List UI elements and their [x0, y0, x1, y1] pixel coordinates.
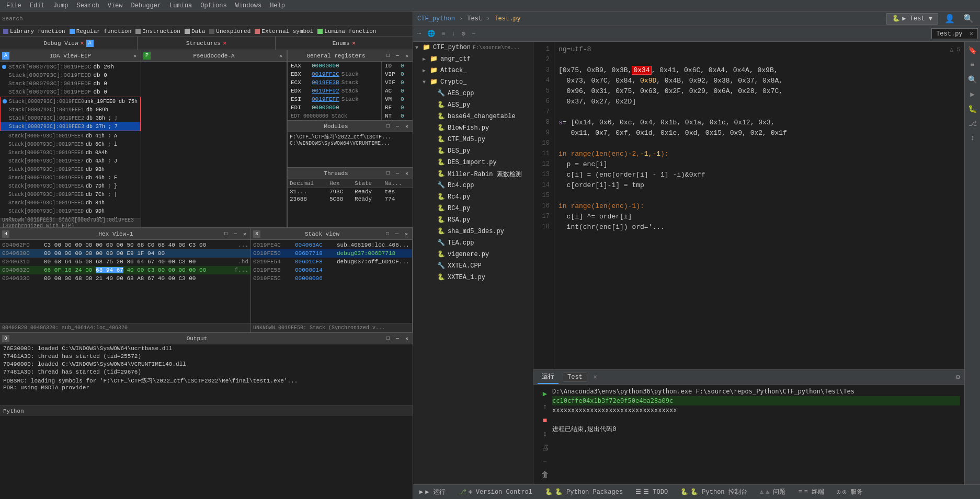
status-problems-label: ⚠ 问题 [766, 488, 785, 496]
debug-view-close[interactable]: ✕ [81, 39, 84, 47]
toolbar-list[interactable]: ≡ [439, 29, 447, 39]
thr-float[interactable]: □ [384, 170, 392, 177]
tree-item-rc4-py[interactable]: 🐍 Rc4.py [413, 191, 533, 203]
run-minus-btn[interactable]: − [539, 456, 551, 467]
toolbar-down[interactable]: ↓ [449, 29, 457, 39]
tree-item-tea-cpp[interactable]: 🔧 TEA.cpp [413, 237, 533, 249]
sidebar-git2-icon[interactable]: ↕ [966, 132, 979, 144]
hex-float[interactable]: □ [222, 230, 230, 238]
menu-file[interactable]: File [2, 0, 26, 11]
tree-item-sha[interactable]: 🐍 sha_md5_3des.py [413, 226, 533, 237]
ida-legend: Library function Regular function Instru… [0, 26, 413, 37]
menu-search[interactable]: Search [72, 0, 103, 11]
stack-min[interactable]: — [393, 230, 401, 238]
sidebar-debug-icon[interactable]: 🐛 [966, 102, 979, 115]
sidebar-run2-icon[interactable]: ▶ [966, 88, 979, 100]
menu-jump[interactable]: Jump [49, 0, 73, 11]
run-play-btn[interactable]: ▶ [539, 388, 551, 399]
toolbar-minus[interactable]: − [470, 29, 477, 39]
thr-close[interactable]: ✕ [403, 170, 411, 177]
tree-item-xxtea-py[interactable]: 🐍 XXTEA_1.py [413, 272, 533, 283]
tree-item-ctfmd5[interactable]: 🐍 CTF_Md5.py [413, 134, 533, 145]
stack-close[interactable]: ✕ [403, 230, 410, 238]
sidebar-bookmark-icon[interactable]: 🔖 [966, 44, 979, 56]
tree-label-des-import: DES_import.py [448, 159, 497, 166]
toolbar-globe[interactable]: 🌐 [425, 29, 437, 39]
menu-windows[interactable]: Windows [231, 0, 266, 11]
menu-debugger[interactable]: Debugger [127, 0, 165, 11]
menu-help[interactable]: Help [266, 0, 289, 11]
menu-edit[interactable]: Edit [26, 0, 49, 11]
debug-view-tab[interactable]: Debug View ✕ A [0, 37, 138, 50]
status-python-console[interactable]: 🐍 🐍 Python 控制台 [678, 488, 749, 496]
regs-min[interactable]: — [394, 52, 401, 60]
thr-min[interactable]: — [394, 170, 401, 177]
ida-view-close[interactable]: ✕ [131, 52, 139, 60]
sidebar-structure-icon[interactable]: ≡ [966, 59, 979, 71]
tree-item-rc4-py2[interactable]: 🐍 RC4_py [413, 203, 533, 214]
tree-item-rsa[interactable]: 🐍 RSA.py [413, 214, 533, 226]
tree-item-miller[interactable]: 🐍 Miller-Rabin 素数检测 [413, 168, 533, 180]
enums-tab[interactable]: Enums ✕ [276, 37, 413, 50]
tree-item-angr[interactable]: ▶ 📁 angr_ctf [413, 53, 533, 65]
out-float[interactable]: □ [384, 335, 392, 342]
run-tab-close[interactable]: ✕ [594, 373, 597, 381]
structures-close[interactable]: ✕ [223, 39, 226, 47]
status-python-pkgs[interactable]: 🐍 🐍 Python Packages [543, 488, 625, 496]
mod-float[interactable]: □ [384, 123, 392, 130]
tree-item-rc4-cpp[interactable]: 🔧 Rc4.cpp [413, 180, 533, 191]
tree-item-crypto[interactable]: ▼ 📁 Crypto_ [413, 76, 533, 88]
menu-options[interactable]: Options [196, 0, 231, 11]
profile-icon[interactable]: 👤 [942, 14, 957, 24]
menu-view[interactable]: View [104, 0, 127, 11]
tree-item-aes-cpp[interactable]: 🔧 AES_cpp [413, 88, 533, 99]
run-gear-icon[interactable]: ⚙ [956, 373, 960, 381]
status-todo[interactable]: ☰ ☰ TODO [633, 488, 670, 496]
mod-min[interactable]: — [394, 123, 401, 130]
tree-item-des-import[interactable]: 🐍 DES_import.py [413, 157, 533, 168]
status-run[interactable]: ▶ ▶ 运行 [417, 488, 448, 496]
run-stop-btn[interactable]: ■ [539, 415, 551, 426]
tree-item-attack[interactable]: ▶ 📁 Attack_ [413, 65, 533, 76]
tree-root[interactable]: ▼ 📁 CTF_python F:\source\re... [413, 42, 533, 53]
regs-float[interactable]: □ [384, 52, 392, 60]
code-content[interactable]: ng=utf-8 △ 5 [0x75, 0xB9, 0x3B, 0x34 , 0… [554, 42, 964, 369]
run-trash-btn[interactable]: 🗑 [539, 469, 551, 481]
status-vcs[interactable]: ⎇ ⎆ Version Control [456, 488, 534, 496]
ln-15: 15 [538, 190, 550, 201]
run-rerun-btn[interactable]: ↑ [539, 401, 551, 413]
run-print-btn[interactable]: 🖨 [539, 442, 551, 454]
structures-tab[interactable]: Structures ✕ [138, 37, 275, 50]
tree-item-blowfish[interactable]: 🐍 BlowFish.py [413, 122, 533, 134]
run-test-tab[interactable]: Test [563, 373, 587, 382]
menu-lumina[interactable]: Lumina [165, 0, 196, 11]
editor-tab-close[interactable]: ✕ [970, 30, 973, 38]
sidebar-find-icon[interactable]: 🔍 [966, 73, 979, 86]
stack-float[interactable]: □ [384, 230, 391, 238]
out-min[interactable]: — [394, 335, 401, 342]
run-scroll-btn[interactable]: ↕ [539, 428, 551, 440]
tree-item-aes-py[interactable]: 🐍 AES_py [413, 99, 533, 111]
dot-7 [3, 124, 7, 129]
run-config-button[interactable]: 🐍 ▶ Test ▼ [886, 13, 938, 25]
regs-close[interactable]: ✕ [403, 52, 411, 60]
pycharm-search-icon[interactable]: 🔍 [961, 14, 976, 24]
out-close[interactable]: ✕ [403, 335, 411, 342]
status-services[interactable]: ◎ ◎ 服务 [835, 488, 865, 496]
pseudocode-close[interactable]: ✕ [277, 52, 284, 60]
mod-close[interactable]: ✕ [403, 123, 411, 130]
toolbar-dots[interactable]: ⋯ [415, 29, 423, 39]
pycharm-separator: › [459, 15, 463, 22]
tree-item-b64[interactable]: 🐍 base64_changetable [413, 111, 533, 122]
tree-item-des-py[interactable]: 🐍 DES_py [413, 145, 533, 157]
run-tab-active[interactable]: 运行 [538, 370, 559, 384]
toolbar-gear[interactable]: ⚙ [460, 29, 468, 39]
tree-item-vigenere[interactable]: 🐍 vigenere.py [413, 249, 533, 260]
sidebar-git-icon[interactable]: ⎇ [966, 117, 979, 130]
enums-close[interactable]: ✕ [352, 39, 356, 47]
hex-min[interactable]: — [232, 230, 239, 238]
tree-item-xxtea-cpp[interactable]: 🔧 XXTEA.CPP [413, 260, 533, 272]
status-terminal[interactable]: ≡ ≡ 终端 [796, 488, 826, 496]
hex-close[interactable]: ✕ [241, 230, 248, 238]
status-problems[interactable]: ⚠ ⚠ 问题 [758, 488, 788, 496]
